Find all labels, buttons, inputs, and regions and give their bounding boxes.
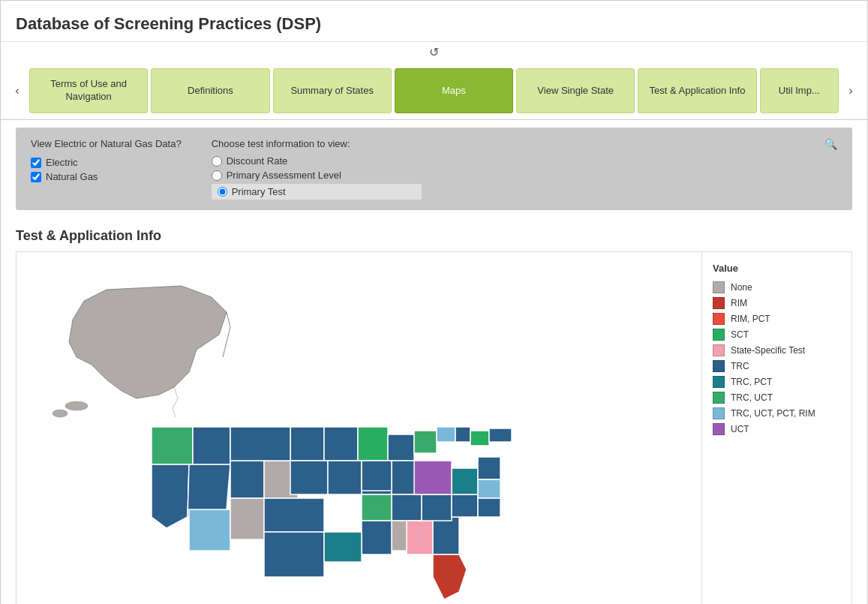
svg-rect-15 bbox=[230, 461, 264, 498]
svg-rect-23 bbox=[362, 461, 392, 491]
legend-item: UCT bbox=[713, 423, 841, 435]
svg-rect-25 bbox=[264, 532, 324, 577]
legend-color-box bbox=[713, 376, 725, 388]
tab-terms[interactable]: Terms of Use and Navigation bbox=[29, 68, 148, 113]
legend-color-box bbox=[713, 281, 725, 293]
svg-rect-34 bbox=[478, 457, 500, 479]
tab-single-state[interactable]: View Single State bbox=[516, 68, 635, 113]
svg-rect-5 bbox=[290, 427, 324, 461]
svg-rect-11 bbox=[455, 427, 470, 442]
map-content bbox=[17, 252, 701, 604]
svg-point-1 bbox=[53, 410, 68, 417]
svg-rect-8 bbox=[388, 434, 414, 461]
test-info-label: Choose test information to view: bbox=[212, 138, 794, 149]
filter-panel: View Electric or Natural Gas Data? Elect… bbox=[16, 128, 852, 210]
legend-item: RIM bbox=[713, 297, 841, 309]
legend-color-box bbox=[713, 407, 725, 419]
tab-test-app[interactable]: Test & Application Info bbox=[638, 68, 756, 113]
svg-rect-3 bbox=[193, 427, 230, 464]
svg-point-0 bbox=[65, 401, 88, 410]
svg-rect-29 bbox=[407, 521, 433, 554]
svg-rect-38 bbox=[362, 521, 392, 554]
refresh-icon[interactable]: ↺ bbox=[429, 45, 439, 59]
discount-rate-label: Discount Rate bbox=[227, 155, 288, 167]
svg-rect-19 bbox=[290, 461, 328, 494]
legend-item: TRC bbox=[713, 360, 841, 372]
natural-gas-checkbox-row[interactable]: Natural Gas bbox=[31, 171, 182, 182]
svg-rect-20 bbox=[328, 461, 362, 494]
legend-item-label: None bbox=[731, 282, 752, 293]
legend-item: State-Specific Test bbox=[713, 344, 841, 356]
svg-rect-6 bbox=[324, 427, 358, 461]
legend-item-label: RIM bbox=[731, 298, 747, 308]
svg-rect-39 bbox=[324, 532, 362, 562]
svg-rect-32 bbox=[452, 494, 478, 517]
legend-item-label: RIM, PCT bbox=[731, 314, 770, 324]
nav-bar: ‹ Terms of Use and Navigation Definition… bbox=[1, 62, 867, 120]
svg-rect-13 bbox=[489, 428, 512, 442]
svg-rect-33 bbox=[452, 468, 478, 494]
svg-rect-36 bbox=[478, 498, 500, 517]
tab-utility[interactable]: Util Imp... bbox=[760, 68, 839, 113]
legend-color-box bbox=[713, 329, 725, 341]
legend-color-box bbox=[713, 392, 725, 404]
primary-test-radio-row[interactable]: Primary Test bbox=[212, 184, 422, 200]
svg-rect-26 bbox=[392, 494, 422, 521]
legend-item: TRC, UCT bbox=[713, 392, 841, 404]
legend-item-label: SCT bbox=[731, 329, 749, 340]
legend-item: TRC, PCT bbox=[713, 376, 841, 388]
svg-rect-9 bbox=[414, 431, 437, 453]
svg-rect-18 bbox=[230, 427, 290, 461]
primary-test-radio[interactable] bbox=[218, 187, 227, 197]
legend-item: TRC, UCT, PCT, RIM bbox=[713, 407, 841, 419]
svg-rect-27 bbox=[362, 494, 392, 521]
legend-item-label: UCT bbox=[731, 424, 749, 434]
nav-left-arrow[interactable]: ‹ bbox=[8, 62, 26, 119]
primary-assessment-radio-row[interactable]: Primary Assessment Level bbox=[212, 170, 794, 181]
app-container: Database of Screening Practices (DSP) ↺ … bbox=[0, 0, 868, 604]
filter-left: View Electric or Natural Gas Data? Elect… bbox=[31, 138, 182, 182]
conus-map bbox=[144, 419, 534, 604]
refresh-area: ↺ bbox=[1, 42, 867, 62]
legend-item-label: TRC bbox=[731, 361, 749, 371]
legend-item: RIM, PCT bbox=[713, 313, 841, 325]
legend-color-box bbox=[713, 423, 725, 435]
app-title: Database of Screening Practices (DSP) bbox=[16, 14, 852, 34]
search-icon[interactable]: 🔍 bbox=[824, 138, 837, 150]
tab-definitions[interactable]: Definitions bbox=[151, 68, 269, 113]
filter-right: Choose test information to view: Discoun… bbox=[212, 138, 794, 200]
primary-assessment-radio[interactable] bbox=[212, 170, 222, 181]
svg-rect-7 bbox=[358, 427, 388, 461]
svg-rect-12 bbox=[470, 431, 489, 446]
alaska-map bbox=[47, 275, 257, 440]
legend-title: Value bbox=[713, 263, 841, 274]
legend-color-box bbox=[713, 297, 725, 309]
nav-tabs: Terms of Use and Navigation Definitions … bbox=[26, 62, 842, 119]
svg-rect-31 bbox=[422, 494, 452, 521]
search-icon-area[interactable]: 🔍 bbox=[824, 138, 837, 150]
discount-rate-radio-row[interactable]: Discount Rate bbox=[212, 155, 794, 167]
legend-color-box bbox=[713, 313, 725, 325]
svg-rect-30 bbox=[433, 517, 459, 554]
tab-maps[interactable]: Maps bbox=[395, 68, 513, 113]
electric-label: Electric bbox=[46, 157, 78, 168]
nav-right-arrow[interactable]: › bbox=[842, 62, 860, 119]
svg-rect-14 bbox=[189, 509, 230, 551]
natural-gas-checkbox[interactable] bbox=[31, 172, 41, 182]
legend: Value NoneRIMRIM, PCTSCTState-Specific T… bbox=[701, 252, 851, 604]
section-title: Test & Application Info bbox=[1, 218, 867, 251]
svg-rect-24 bbox=[264, 498, 324, 532]
legend-color-box bbox=[713, 360, 725, 372]
electric-checkbox-row[interactable]: Electric bbox=[31, 157, 182, 168]
electric-checkbox[interactable] bbox=[31, 158, 41, 168]
tab-summary[interactable]: Summary of States bbox=[273, 68, 392, 113]
legend-item: None bbox=[713, 281, 841, 293]
discount-rate-radio[interactable] bbox=[212, 156, 222, 167]
svg-rect-2 bbox=[152, 427, 193, 464]
legend-color-box bbox=[713, 344, 725, 356]
map-area: Value NoneRIMRIM, PCTSCTState-Specific T… bbox=[16, 251, 852, 604]
legend-item-label: TRC, UCT bbox=[731, 392, 773, 403]
natural-gas-label: Natural Gas bbox=[46, 171, 98, 182]
primary-assessment-label: Primary Assessment Level bbox=[227, 170, 341, 181]
svg-rect-10 bbox=[437, 427, 455, 442]
